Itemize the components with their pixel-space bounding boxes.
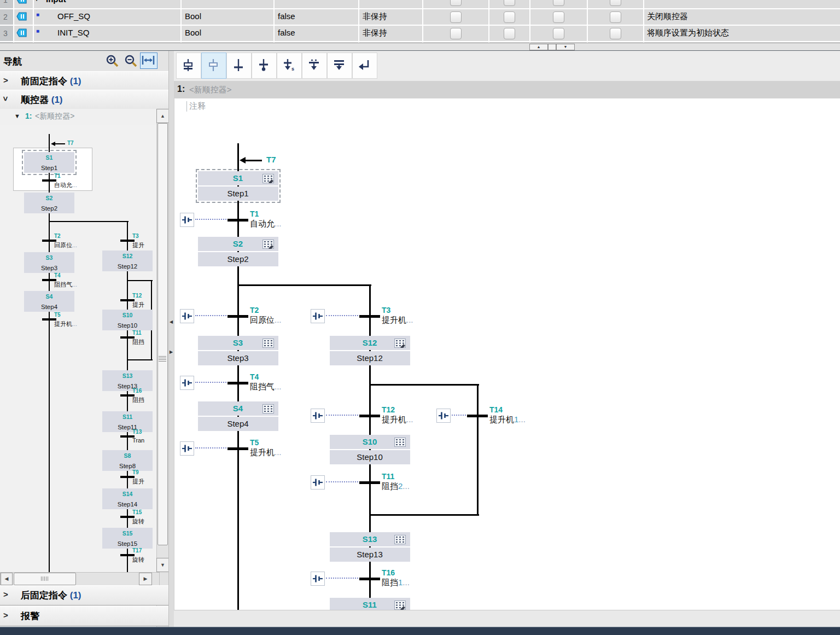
toolbar-button-open-simultaneous-branch[interactable] xyxy=(327,53,352,79)
nav-section-pre-instructions[interactable]: > 前固定指令 (1) xyxy=(0,71,168,91)
expand-triangle-icon[interactable]: ▼ xyxy=(34,0,39,2)
transition-bar-T1[interactable] xyxy=(228,219,248,222)
toolbar-button-open-alternative-branch[interactable] xyxy=(302,53,327,79)
transition-contact-icon[interactable] xyxy=(311,309,325,323)
nav-vscroll-thumb[interactable] xyxy=(158,123,168,545)
transition-contact-icon[interactable] xyxy=(180,441,194,456)
transition-bar-T12[interactable] xyxy=(359,415,380,417)
scroll-down-button[interactable]: ▼ xyxy=(156,558,169,572)
table-scroll-box[interactable] xyxy=(548,44,556,50)
toolbar-button-insert-transition[interactable] xyxy=(226,53,252,79)
variable-checkbox[interactable] xyxy=(450,11,462,23)
step-S2[interactable]: S2Step2 xyxy=(24,193,74,213)
step-S12[interactable]: S12Step12 xyxy=(102,250,153,271)
step-S4[interactable]: S4Step4 xyxy=(24,291,74,312)
nav-section-alarms[interactable]: > 报警 xyxy=(0,606,168,626)
scroll-left-button[interactable]: ◀ xyxy=(1,573,13,585)
step-actions-edit-icon[interactable] xyxy=(394,339,406,350)
toolbar-button-insert-step[interactable] xyxy=(201,53,226,79)
zoom-out-icon[interactable] xyxy=(124,54,138,71)
step-S14[interactable]: S14Step14 xyxy=(102,488,153,509)
transition-contact-icon[interactable] xyxy=(311,409,325,423)
step-S8[interactable]: S8Step8 xyxy=(102,450,153,471)
step-S2[interactable]: S2Step2 xyxy=(198,237,278,266)
step-actions-icon[interactable] xyxy=(262,339,274,350)
variable-checkbox[interactable] xyxy=(553,11,564,23)
step-S15[interactable]: S15Step15 xyxy=(102,528,153,549)
zoom-in-icon[interactable] xyxy=(106,54,120,71)
expand-right-icon[interactable]: ▶ xyxy=(169,349,173,356)
variable-default-value[interactable]: false xyxy=(278,11,295,21)
variable-checkbox[interactable] xyxy=(450,28,462,39)
toolbar-button-insert-sequence-end[interactable] xyxy=(252,53,277,79)
step-name-row: Step11 xyxy=(102,422,153,432)
tree-expand-icon[interactable]: ▼ xyxy=(14,113,20,119)
transition-bar-T3[interactable] xyxy=(359,315,380,318)
variable-checkbox[interactable] xyxy=(610,28,621,39)
transition-bar-T4[interactable] xyxy=(228,382,248,385)
step-name-row: Step10 xyxy=(330,450,410,464)
variable-retain[interactable]: 非保持 xyxy=(363,28,387,38)
variable-name[interactable]: INIT_SQ xyxy=(57,28,89,37)
nav-section-sequencer[interactable]: > 顺控器 (1) xyxy=(0,90,168,110)
toolbar-button-close-branch[interactable] xyxy=(352,53,377,79)
transition-contact-icon[interactable] xyxy=(311,572,325,586)
transition-bar-T11[interactable] xyxy=(359,481,380,484)
comment-placeholder[interactable]: 注释 xyxy=(186,101,206,112)
step-S10[interactable]: S10Step10 xyxy=(330,435,410,464)
step-S3[interactable]: S3Step3 xyxy=(24,252,74,273)
variable-checkbox[interactable] xyxy=(610,11,621,23)
transition-contact-icon[interactable] xyxy=(180,376,194,390)
step-S13[interactable]: S13Step13 xyxy=(330,532,410,562)
step-name: Step15 xyxy=(118,540,137,547)
step-actions-icon[interactable] xyxy=(262,404,274,416)
variable-checkbox[interactable] xyxy=(553,28,564,39)
table-scroll-up-button[interactable]: ▲ xyxy=(529,44,548,50)
condition-dotted-link xyxy=(452,415,466,416)
step-S12[interactable]: S12Step12 xyxy=(330,336,410,365)
variable-checkbox[interactable] xyxy=(504,28,515,39)
step-S10[interactable]: S10Step10 xyxy=(102,310,153,330)
transition-bar-T5[interactable] xyxy=(228,447,248,450)
collapse-left-icon[interactable]: ◀ xyxy=(169,319,173,325)
variable-checkbox[interactable] xyxy=(504,11,515,23)
toolbar-button-insert-jump-to-step[interactable]: s xyxy=(277,53,302,79)
step-S11[interactable]: S11Step11 xyxy=(102,411,153,432)
transition-contact-icon[interactable] xyxy=(180,213,194,227)
step-S3[interactable]: S3Step3 xyxy=(198,336,278,365)
step-S13[interactable]: S13Step13 xyxy=(102,370,153,391)
variable-checkbox[interactable] xyxy=(504,0,515,6)
variable-name[interactable]: Input xyxy=(46,0,66,4)
fit-width-icon[interactable] xyxy=(140,53,158,69)
transition-bar-T2[interactable] xyxy=(228,315,248,318)
step-S4[interactable]: S4Step4 xyxy=(198,401,278,431)
table-scroll-down-button[interactable]: ▼ xyxy=(556,44,575,50)
step-actions-edit-icon[interactable] xyxy=(262,240,274,251)
column-separator xyxy=(273,0,275,43)
nav-hscroll-thumb[interactable] xyxy=(14,573,76,585)
variable-name[interactable]: OFF_SQ xyxy=(57,11,90,21)
sfc-chart-canvas[interactable]: 注释 T7S1Step1S2Step2S3Step3S4Step4S12Step… xyxy=(174,98,840,610)
tree-item-sequencer[interactable]: ▼ 1: <新顺控器> xyxy=(0,109,156,125)
variable-checkbox[interactable] xyxy=(553,0,564,6)
step-actions-edit-icon[interactable] xyxy=(394,601,406,610)
nav-section-post-instructions[interactable]: > 后固定指令 (1) xyxy=(0,585,168,605)
variable-type[interactable]: Bool xyxy=(185,28,201,37)
transition-contact-icon[interactable] xyxy=(180,309,194,323)
scroll-up-button[interactable]: ▲ xyxy=(156,109,169,123)
step-actions-icon[interactable] xyxy=(394,438,406,449)
transition-bar-T16[interactable] xyxy=(359,578,380,580)
step-S11[interactable]: S11Step11 xyxy=(330,598,410,610)
transition-contact-icon[interactable] xyxy=(436,409,451,423)
variable-default-value[interactable]: false xyxy=(278,28,295,37)
variable-type[interactable]: Bool xyxy=(185,11,201,21)
variable-checkbox[interactable] xyxy=(610,0,621,6)
step-actions-icon[interactable] xyxy=(394,535,406,546)
toolbar-button-insert-step-and-transition[interactable] xyxy=(176,53,201,79)
transition-contact-icon[interactable] xyxy=(311,475,325,490)
sequence-overview-minimap[interactable]: T7S1Step1S2Step2S3Step3S4Step4S12Step12S… xyxy=(0,125,156,572)
scroll-right-button[interactable]: ▶ xyxy=(139,573,152,585)
transition-bar-T14[interactable] xyxy=(467,415,488,417)
variable-checkbox[interactable] xyxy=(450,0,462,6)
variable-retain[interactable]: 非保持 xyxy=(363,11,387,22)
